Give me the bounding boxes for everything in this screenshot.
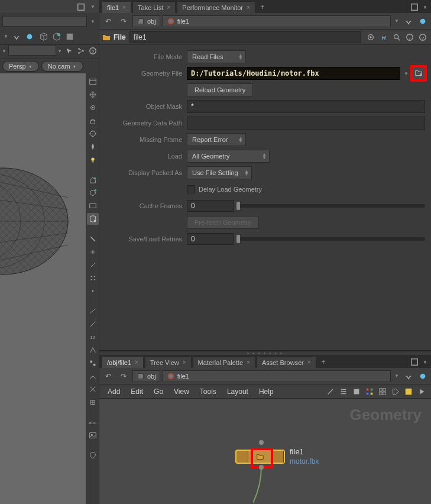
geometry-file-history[interactable]: ▼ (403, 67, 410, 79)
persp-dropdown[interactable]: Persp▼ (2, 61, 39, 72)
box-plus-icon[interactable] (51, 31, 63, 43)
misc-tool-1-icon[interactable] (87, 233, 99, 245)
reload-geometry-button[interactable]: Reload Geometry (187, 83, 253, 96)
scene-select-arrow[interactable]: ▼ (89, 15, 96, 27)
geometry-file-input[interactable] (187, 67, 400, 80)
path-menu[interactable]: ▼ (393, 15, 400, 27)
show-hide-icon[interactable] (87, 102, 99, 114)
3d-viewport[interactable] (0, 73, 86, 504)
restore-icon[interactable] (75, 1, 87, 13)
network-tabs-menu[interactable]: ▼ (422, 356, 429, 368)
close-icon[interactable]: × (135, 359, 138, 366)
cache-frames-input[interactable] (187, 200, 234, 212)
path-menu[interactable]: ▼ (393, 370, 400, 382)
file-browse-button[interactable] (412, 67, 425, 80)
manip-icon[interactable] (87, 187, 99, 199)
left-top-select[interactable] (8, 45, 56, 56)
tab-obj-file1[interactable]: /obj/file1× (102, 356, 144, 368)
left-top-select-arrow[interactable]: ▼ (56, 45, 63, 57)
path-seg-obj[interactable]: obj (132, 370, 160, 382)
menu-tools[interactable]: Tools (195, 386, 221, 397)
help-icon[interactable]: ? (87, 45, 99, 57)
tab-take-list[interactable]: Take List× (132, 1, 176, 13)
view-layout-arrow[interactable]: ▼ (2, 31, 9, 43)
box-icon[interactable] (38, 31, 50, 43)
node-name-input[interactable] (129, 31, 361, 43)
play-icon[interactable] (416, 386, 427, 398)
tab-performance-monitor[interactable]: Performance Monitor× (177, 1, 255, 13)
target-icon[interactable] (87, 128, 99, 140)
file-node[interactable] (235, 450, 285, 464)
close-icon[interactable]: × (247, 4, 250, 11)
wireframe-icon[interactable] (87, 89, 99, 101)
tab-add-icon[interactable]: + (257, 1, 268, 13)
forward-icon[interactable]: ↷ (117, 370, 130, 383)
back-icon[interactable]: ↶ (102, 15, 115, 28)
retries-slider[interactable] (236, 237, 425, 241)
menu-help[interactable]: Help (254, 386, 278, 397)
num12-icon[interactable]: 12 (87, 331, 99, 343)
network-graph[interactable]: Geometry file1 motor.fbx (99, 399, 431, 504)
path-seg-node[interactable]: file1 (163, 15, 391, 27)
menu-layout[interactable]: Layout (222, 386, 253, 397)
curve-icon[interactable] (87, 370, 99, 382)
tab-asset-browser[interactable]: Asset Browser× (257, 356, 316, 368)
pointer-icon[interactable] (63, 45, 75, 57)
close-icon[interactable]: × (122, 4, 126, 11)
missing-frame-select[interactable]: Report Error▲▼ (187, 133, 246, 146)
info-icon[interactable]: i (404, 31, 416, 43)
tab-tree-view[interactable]: Tree View× (145, 356, 192, 368)
path-seg-node[interactable]: file1 (163, 370, 391, 382)
left-tabs-menu[interactable]: ▼ (89, 1, 96, 13)
path-seg-obj[interactable]: obj (132, 15, 160, 27)
close-icon[interactable]: × (307, 359, 311, 366)
selected-tool-icon[interactable] (87, 213, 99, 225)
close-icon[interactable]: × (167, 4, 170, 11)
delay-load-checkbox[interactable] (187, 185, 195, 193)
misc-tool-4-icon[interactable] (87, 272, 99, 284)
menu-go[interactable]: Go (149, 386, 168, 397)
pin-icon[interactable] (403, 370, 414, 382)
snap-icon[interactable] (11, 31, 22, 43)
home-icon[interactable] (87, 174, 99, 186)
load-select[interactable]: All Geometry▲▼ (187, 150, 270, 163)
gear-icon[interactable] (365, 31, 377, 43)
record-icon[interactable] (417, 370, 429, 382)
cache-frames-slider[interactable] (236, 204, 425, 208)
forward-icon[interactable]: ↷ (117, 15, 130, 28)
menu-edit[interactable]: Edit (126, 386, 148, 397)
tab-material-palette[interactable]: Material Palette× (193, 356, 255, 368)
tag-icon[interactable] (390, 386, 401, 398)
pen-icon[interactable] (87, 318, 99, 330)
restore-icon[interactable] (409, 356, 420, 368)
display-options-icon[interactable] (87, 76, 99, 88)
tabs-menu[interactable]: ▼ (422, 1, 429, 13)
pin-icon[interactable] (403, 15, 414, 27)
object-mask-input[interactable] (187, 100, 425, 113)
thumb-icon[interactable] (377, 386, 388, 398)
note-icon[interactable] (403, 386, 414, 398)
menu-view[interactable]: View (169, 386, 194, 397)
restore-icon[interactable] (409, 1, 420, 13)
geom-data-path-input[interactable] (187, 117, 425, 130)
grid-btn-icon[interactable] (64, 31, 76, 43)
topo-icon[interactable] (87, 396, 99, 408)
tab-add-icon[interactable]: + (317, 356, 329, 368)
wrench-icon[interactable] (325, 386, 336, 398)
marker-icon[interactable] (87, 450, 99, 461)
handle-icon[interactable] (87, 357, 99, 369)
tab-file1[interactable]: file1× (102, 1, 131, 13)
tree-icon[interactable] (75, 45, 87, 57)
list-icon[interactable] (338, 386, 349, 398)
misc-tool-2-icon[interactable] (87, 246, 99, 258)
cut-icon[interactable] (87, 383, 99, 395)
close-icon[interactable]: × (183, 359, 186, 366)
menu-add[interactable]: Add (103, 386, 125, 397)
cam-dropdown[interactable]: No cam▼ (41, 61, 83, 72)
file-mode-select[interactable]: Read Files▲▼ (187, 50, 246, 63)
record-icon[interactable] (24, 31, 35, 43)
search-icon[interactable] (391, 31, 403, 43)
list2-icon[interactable] (351, 386, 362, 398)
brush-icon[interactable] (87, 305, 99, 317)
grid-icon[interactable] (364, 386, 375, 398)
